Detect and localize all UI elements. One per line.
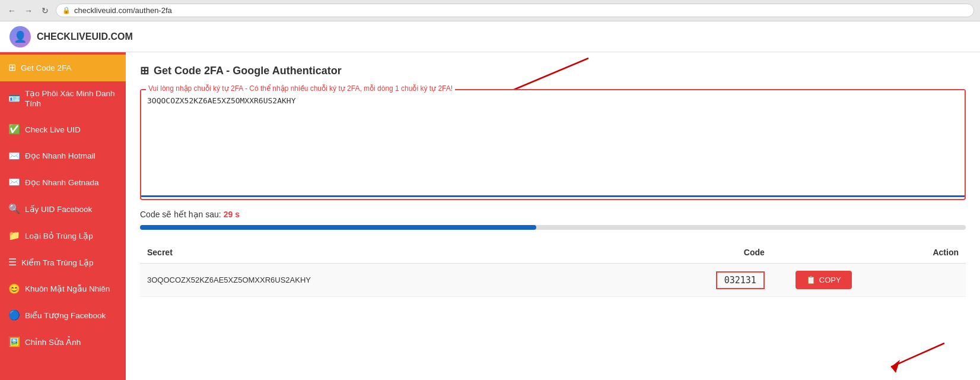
app-title: CHECKLIVEUID.COM	[37, 31, 133, 42]
sidebar-label-tao-phoi: Tạo Phôi Xác Minh Danh Tính	[25, 88, 117, 109]
sidebar-item-doc-nhanh-getnada[interactable]: ✉️ Đọc Nhanh Getnada	[0, 169, 126, 196]
app-logo: 👤	[9, 26, 31, 48]
sidebar-label-check-live-uid: Check Live UID	[25, 125, 81, 135]
timer-value: 29 s	[224, 210, 240, 219]
sidebar-label-khuon-mat: Khuôn Mặt Ngẫu Nhiên	[25, 284, 110, 294]
image-icon: 🖼️	[8, 336, 20, 349]
logo-emoji: 👤	[14, 30, 27, 43]
sidebar-item-kiem-tra-trung-lap[interactable]: ☰ Kiểm Tra Trùng Lặp	[0, 249, 126, 276]
sidebar-label-loai-bo: Loại Bỏ Trùng Lặp	[25, 231, 93, 242]
email2-icon: ✉️	[8, 176, 20, 189]
progress-bar-container	[140, 225, 966, 230]
timer-label: Code sẽ hết hạn sau:	[140, 210, 221, 219]
code-cell: 032131	[588, 264, 788, 297]
sidebar: ⊞ Get Code 2FA 🪪 Tạo Phôi Xác Minh Danh …	[0, 52, 126, 380]
secret-cell: 3OQOCOZX52KZ6AE5XZ5OMXXR6US2AKHY	[140, 264, 588, 297]
id-icon: 🪪	[8, 93, 20, 105]
svg-line-2	[891, 343, 944, 367]
facebook-icon: 🔵	[8, 309, 20, 322]
sidebar-item-chinh-sua-anh[interactable]: 🖼️ Chỉnh Sửa Ảnh	[0, 329, 126, 356]
sidebar-label-getnada: Đọc Nhanh Getnada	[25, 178, 99, 188]
sidebar-label-lay-uid: Lấy UID Facebook	[25, 204, 92, 215]
sidebar-item-check-live-uid[interactable]: ✅ Check Live UID	[0, 116, 126, 143]
sidebar-item-doc-nhanh-hotmail[interactable]: ✉️ Đọc Nhanh Hotmail	[0, 143, 126, 170]
back-button[interactable]: ←	[6, 5, 18, 17]
email-icon: ✉️	[8, 150, 20, 163]
list-icon: ☰	[8, 256, 17, 269]
sidebar-item-khuon-mat[interactable]: 😊 Khuôn Mặt Ngẫu Nhiên	[0, 276, 126, 303]
table-header-row: Secret Code Action	[140, 242, 966, 264]
app-wrapper: 👤 CHECKLIVEUID.COM ⊞ Get Code 2FA 🪪 Tạo …	[0, 21, 980, 380]
svg-marker-3	[891, 360, 900, 373]
folder-icon: 📁	[8, 230, 20, 242]
results-table: Secret Code Action 3OQOCOZX52KZ6AE5XZ5OM…	[140, 242, 966, 297]
face-icon: 😊	[8, 283, 20, 296]
reload-button[interactable]: ↻	[39, 5, 51, 17]
content-area: ⊞ Get Code 2FA - Google Authenticator Vu…	[126, 52, 980, 380]
textarea-label: Vui lòng nhập chuỗi ký tự 2FA - Có thể n…	[146, 84, 455, 93]
app-header: 👤 CHECKLIVEUID.COM	[0, 21, 980, 52]
sidebar-item-tao-phoi-xac-minh[interactable]: 🪪 Tạo Phôi Xác Minh Danh Tính	[0, 81, 126, 116]
page-header: ⊞ Get Code 2FA - Google Authenticator	[140, 64, 966, 77]
check-icon: ✅	[8, 124, 20, 136]
secret-input[interactable]	[141, 90, 965, 197]
timer-row: Code sẽ hết hạn sau: 29 s	[140, 210, 966, 219]
table-row: 3OQOCOZX52KZ6AE5XZ5OMXXR6US2AKHY 032131 …	[140, 264, 966, 297]
sidebar-label-hotmail: Đọc Nhanh Hotmail	[25, 151, 96, 162]
sidebar-item-get-code-2fa[interactable]: ⊞ Get Code 2FA	[0, 55, 126, 81]
sidebar-label-bieu-tuong: Biểu Tượng Facebook	[25, 311, 106, 321]
sidebar-item-bieu-tuong[interactable]: 🔵 Biểu Tượng Facebook	[0, 302, 126, 329]
code-value: 032131	[716, 271, 765, 289]
copy-button[interactable]: 📋 COPY	[796, 271, 852, 289]
sidebar-label-chinh-sua: Chỉnh Sửa Ảnh	[25, 337, 81, 348]
page-title: Get Code 2FA - Google Authenticator	[154, 65, 342, 77]
action-cell: 📋 COPY	[788, 264, 966, 297]
sidebar-item-loai-bo-trung-lap[interactable]: 📁 Loại Bỏ Trùng Lặp	[0, 223, 126, 249]
copy-icon: 📋	[806, 276, 816, 284]
page-title-icon: ⊞	[140, 64, 149, 77]
url-text: checkliveuid.com/authen-2fa	[74, 6, 172, 15]
sidebar-label-kiem-tra: Kiểm Tra Trùng Lặp	[21, 258, 94, 268]
copy-label: COPY	[819, 276, 841, 284]
forward-button[interactable]: →	[23, 5, 34, 17]
col-secret: Secret	[140, 242, 588, 264]
textarea-wrapper: Vui lòng nhập chuỗi ký tự 2FA - Có thể n…	[140, 89, 966, 200]
progress-bar-fill	[140, 225, 536, 230]
col-action: Action	[788, 242, 966, 264]
address-bar[interactable]: 🔒 checkliveuid.com/authen-2fa	[56, 4, 974, 17]
grid-icon: ⊞	[8, 62, 16, 74]
sidebar-label-get-code-2fa: Get Code 2FA	[21, 63, 72, 74]
browser-bar: ← → ↻ 🔒 checkliveuid.com/authen-2fa	[0, 0, 980, 21]
sidebar-item-lay-uid-facebook[interactable]: 🔍 Lấy UID Facebook	[0, 196, 126, 223]
lock-icon: 🔒	[62, 7, 71, 14]
col-code: Code	[588, 242, 788, 264]
search-icon: 🔍	[8, 203, 20, 216]
main-area: ⊞ Get Code 2FA 🪪 Tạo Phôi Xác Minh Danh …	[0, 52, 980, 380]
